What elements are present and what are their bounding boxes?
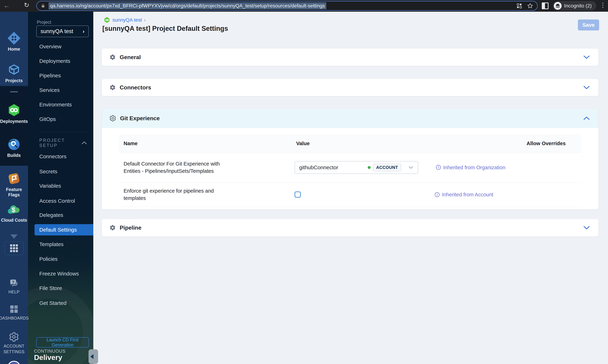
rail-item-builds[interactable]: Builds [0,138,28,158]
setting-name: Enforce git experience for pipelines and… [124,187,237,202]
git-settings-table: Name Value Allow Overrides Default Conne… [119,135,582,207]
cloud-costs-icon: $ [7,203,21,216]
svg-text:$: $ [12,206,15,213]
section-connectors[interactable]: Connectors [102,79,598,96]
project-selector[interactable]: sunnyQA test › [36,26,89,37]
section-title: Git Experience [120,115,160,122]
browser-menu-icon[interactable]: ⋮ [600,1,606,9]
chevron-down-icon[interactable] [583,225,590,230]
grid-icon [10,244,18,252]
info-icon [435,192,440,197]
incognito-badge[interactable]: Incognito (2) [553,1,596,11]
nav-item-templates[interactable]: Templates [28,239,93,250]
side-panel-icon[interactable] [542,2,548,9]
nav-item-deployments[interactable]: Deployments [28,55,93,67]
connector-status-dot [368,166,371,169]
nav-item-get-started[interactable]: Get Started [28,298,93,309]
feature-flags-icon [7,172,21,185]
inherited-from-account-link[interactable]: Inherited from Account [435,192,493,198]
table-row: Enforce git experience for pipelines and… [119,182,582,207]
browser-reload-icon[interactable]: ↻ [21,1,32,9]
address-bar[interactable]: qa.harness.io/ng/account/px7xd_BFRCi-pfW… [36,1,538,11]
launch-cd-first-gen-button[interactable]: Launch CD First Generation [36,337,89,348]
section-general[interactable]: General [102,49,598,66]
column-header-value: Value [296,141,527,146]
dashboards-icon [9,304,19,314]
section-pipeline[interactable]: Pipeline [102,219,598,236]
project-setup-header[interactable]: PROJECT SETUP [39,138,89,148]
module-name: Delivery [34,353,62,362]
chevron-right-icon: › [83,28,84,34]
table-row: Default Connector For Git Experience wit… [119,152,582,182]
chevron-down-icon[interactable] [583,85,590,90]
rail-item-projects[interactable]: Projects [0,63,28,83]
deployments-icon [7,103,21,117]
rail-item-cloud-costs[interactable]: $ Cloud Costs [0,203,28,223]
rail-item-deployments[interactable]: Deployments [0,103,28,124]
rail-label: Builds [7,153,21,158]
rail-label: DASHBOARDS [0,315,29,321]
chevron-up-icon [81,141,87,145]
user-avatar[interactable]: S [7,361,21,364]
builds-icon [7,138,21,151]
nav-item-pipelines[interactable]: Pipelines [28,70,93,81]
reading-mode-icon[interactable] [516,3,522,9]
nav-item-gitops[interactable]: GitOps [28,114,93,125]
chevron-down-icon[interactable] [583,55,590,60]
project-label: Project [37,19,51,25]
scope-badge: ACCOUNT [373,164,401,171]
nav-item-freeze-windows[interactable]: Freeze Windows [28,268,93,279]
nav-item-services[interactable]: Services [28,84,93,96]
rail-more-chevron-icon[interactable] [10,234,18,239]
nav-item-access-control[interactable]: Access Control [28,195,93,207]
setting-name: Default Connector For Git Experience wit… [124,160,237,175]
cd-module-icon [103,17,110,23]
nav-item-secrets[interactable]: Secrets [28,166,93,177]
lock-icon [41,3,45,9]
rail-label: Deployments [0,119,28,124]
module-picker-button[interactable] [4,241,24,255]
url-text[interactable]: qa.harness.io/ng/account/px7xd_BFRCi-pfW… [49,2,326,9]
screen: ← ↻ qa.harness.io/ng/account/px7xd_BFRCi… [0,0,608,364]
nav-item-environments[interactable]: Environments [28,99,93,110]
nav-item-connectors[interactable]: Connectors [28,151,93,162]
breadcrumb-project-link[interactable]: sunnyQA test [112,17,142,23]
rail-label: Projects [5,78,23,83]
chevron-up-icon[interactable] [583,116,590,121]
rail-item-home[interactable]: Home [0,31,28,52]
chevron-down-icon [408,166,414,169]
info-icon [436,165,441,170]
page-title: [sunnyQA test] Project Default Settings [102,25,228,32]
svg-text:?: ? [12,280,14,284]
rail-label: Home [8,46,20,52]
rail-item-account-settings[interactable]: ACCOUNT SETTINGS [0,332,28,354]
rail-divider [0,83,28,84]
nav-item-file-store[interactable]: File Store [28,283,93,294]
enforce-git-experience-checkbox[interactable] [295,192,301,198]
column-header-name: Name [119,141,296,146]
nav-item-default-settings[interactable]: Default Settings [35,224,93,235]
gear-outline-icon [109,115,116,122]
connector-select[interactable]: githubConnector ACCOUNT [295,161,418,174]
rail-item-help[interactable]: ? HELP [0,279,28,295]
nav-item-overview[interactable]: Overview [28,41,93,52]
nav-item-variables[interactable]: Variables [28,180,93,192]
rail-item-feature-flags[interactable]: Feature Flags [0,172,28,197]
rail-item-dashboards[interactable]: DASHBOARDS [0,304,28,321]
browser-back-icon[interactable]: ← [1,2,12,9]
nav-item-policies[interactable]: Policies [28,253,93,265]
nav-collapse-handle[interactable] [89,349,98,364]
projects-icon [7,63,21,77]
project-nav-panel: Project sunnyQA test › Overview Deployme… [28,12,93,364]
account-settings-gear-icon [9,332,19,342]
project-setup-title: PROJECT SETUP [39,138,81,148]
section-git-experience[interactable]: Git Experience Name Value Allow Override… [102,108,598,209]
save-button[interactable]: Save [578,19,599,30]
module-kicker: CONTINUOUS [34,349,65,354]
inherited-from-organization-link[interactable]: Inherited from Organization [436,165,505,170]
column-header-allow-overrides: Allow Overrides [527,141,582,146]
bookmark-star-icon[interactable] [527,3,533,9]
rail-drag-handle[interactable] [10,91,18,92]
gear-icon [109,84,116,91]
nav-item-delegates[interactable]: Delegates [28,209,93,221]
